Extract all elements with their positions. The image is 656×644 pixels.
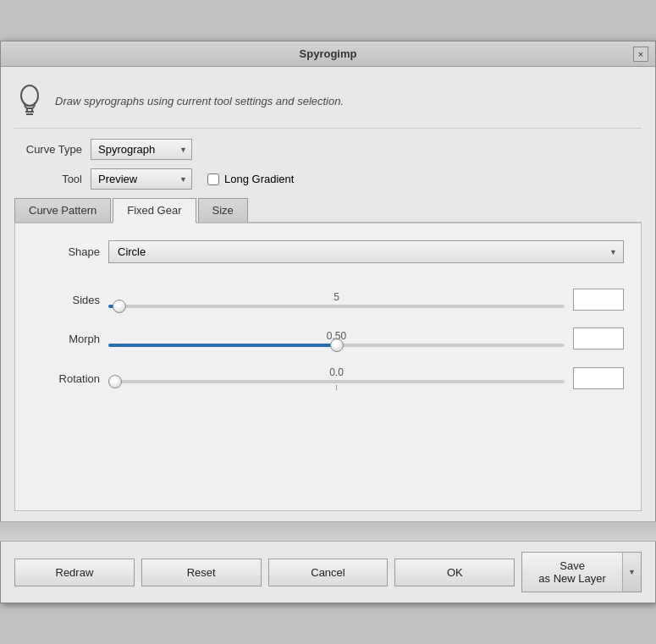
rotation-label: Rotation <box>32 372 100 385</box>
info-bar: Draw spyrographs using current tool sett… <box>14 77 642 129</box>
svg-point-0 <box>21 85 38 106</box>
bulb-icon <box>14 84 45 118</box>
long-gradient-label: Long Gradient <box>224 173 294 185</box>
tab-size[interactable]: Size <box>198 198 248 222</box>
sides-row: Sides 5 ▲ ▼ <box>32 289 624 311</box>
sides-spinner: ▲ ▼ <box>573 289 624 311</box>
rotation-spinner-input[interactable] <box>574 368 656 388</box>
rotation-spinner: ▲ ▼ <box>573 367 624 389</box>
rotation-row: Rotation 0.0 ▲ ▼ <box>32 366 624 390</box>
separator-bar <box>0 521 656 542</box>
tabs-container: Curve Pattern Fixed Gear Size <box>14 198 642 223</box>
tool-label: Tool <box>14 173 82 185</box>
main-window: Spyrogimp × Draw spyrographs using curre… <box>0 41 656 603</box>
curve-type-select-wrapper: Spyrograph Epitrochoid Sine Lissajous <box>91 139 192 160</box>
tool-row: Tool Preview Paintbrush Pencil Airbrush … <box>14 168 642 190</box>
save-new-layer-group: Save as New Layer ▼ <box>521 552 642 592</box>
morph-slider-container: 0.50 <box>108 330 565 347</box>
sides-slider[interactable] <box>108 305 565 308</box>
save-new-layer-button[interactable]: Save as New Layer <box>522 553 622 592</box>
title-bar: Spyrogimp × <box>1 41 655 67</box>
info-text: Draw spyrographs using current tool sett… <box>55 95 344 107</box>
reset-button[interactable]: Reset <box>141 559 262 586</box>
rotation-tick <box>336 385 337 390</box>
tool-select-wrapper: Preview Paintbrush Pencil Airbrush <box>91 168 192 190</box>
morph-spinner-input[interactable] <box>574 328 656 349</box>
save-new-layer-dropdown[interactable]: ▼ <box>622 553 641 592</box>
tab-fixed-gear[interactable]: Fixed Gear <box>113 198 196 223</box>
sides-label: Sides <box>32 294 100 306</box>
sides-slider-container: 5 <box>108 291 565 308</box>
morph-spinner: ▲ ▼ <box>573 328 624 350</box>
shape-label: Shape <box>32 245 100 258</box>
bottom-buttons: Redraw Reset Cancel OK Save as New Layer… <box>1 542 655 603</box>
sides-spinner-input[interactable] <box>574 289 656 310</box>
long-gradient-checkbox[interactable] <box>207 173 219 185</box>
curve-type-select[interactable]: Spyrograph Epitrochoid Sine Lissajous <box>91 139 192 160</box>
tool-select[interactable]: Preview Paintbrush Pencil Airbrush <box>91 168 192 190</box>
curve-type-label: Curve Type <box>14 143 82 156</box>
tab-curve-pattern[interactable]: Curve Pattern <box>14 198 111 222</box>
morph-row: Morph 0.50 ▲ ▼ <box>32 328 624 350</box>
tab-content-fixed-gear: Shape Circle Rack Frame Bezier Sides 5 <box>14 223 642 511</box>
close-button[interactable]: × <box>633 47 648 62</box>
window-title: Spyrogimp <box>300 47 357 60</box>
curve-type-row: Curve Type Spyrograph Epitrochoid Sine L… <box>14 139 642 160</box>
rotation-slider-container: 0.0 <box>108 366 565 390</box>
morph-label: Morph <box>32 333 100 345</box>
content-area: Draw spyrographs using current tool sett… <box>1 67 655 521</box>
shape-row: Shape Circle Rack Frame Bezier <box>32 240 624 263</box>
cancel-button[interactable]: Cancel <box>268 559 389 586</box>
long-gradient-wrapper: Long Gradient <box>207 173 294 185</box>
morph-slider[interactable] <box>108 344 565 347</box>
rotation-slider[interactable] <box>108 380 565 383</box>
shape-select[interactable]: Circle Rack Frame Bezier <box>108 240 624 263</box>
shape-select-wrapper: Circle Rack Frame Bezier <box>108 240 624 263</box>
redraw-button[interactable]: Redraw <box>14 559 135 586</box>
ok-button[interactable]: OK <box>394 559 515 586</box>
